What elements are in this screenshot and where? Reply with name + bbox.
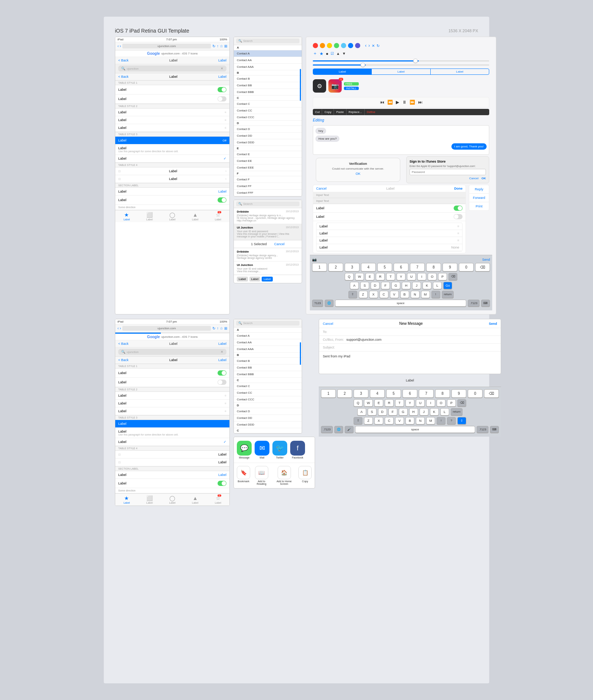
key-z[interactable]: Z [359, 291, 368, 298]
tab-item-2[interactable]: ⬜ Label [146, 212, 153, 221]
key-3[interactable]: 3 [345, 263, 360, 271]
b-key-8[interactable]: 8 [435, 389, 450, 398]
b-contact-item[interactable]: Contact CC [234, 390, 302, 396]
b-key-z[interactable]: Z [364, 417, 373, 424]
app-icon-dark[interactable]: ⚙ [313, 79, 326, 93]
b-toggle-on[interactable] [218, 370, 226, 376]
key-b[interactable]: B [400, 291, 409, 298]
key-g[interactable]: G [391, 282, 400, 289]
rewind-icon[interactable]: ⏪ [387, 100, 393, 105]
nav-forward-icon[interactable]: › [368, 43, 370, 48]
key-i[interactable]: I [417, 273, 426, 280]
b-key-delete-2[interactable]: ⌫ [457, 399, 466, 407]
contact-item[interactable]: Contact FFF [234, 190, 302, 196]
forward-button[interactable]: Forward [469, 194, 489, 202]
key-0[interactable]: 0 [459, 263, 474, 271]
compose-subject-field[interactable]: Subject: [319, 344, 501, 351]
b-key-keyboard[interactable]: ⌨ [490, 426, 499, 433]
b-key-q[interactable]: Q [354, 399, 362, 407]
url-bar[interactable]: ujunction.com [122, 44, 211, 49]
key-e[interactable]: E [365, 273, 374, 280]
b-contact-item[interactable]: Contact CCC [234, 396, 302, 403]
b-key-f[interactable]: F [388, 408, 397, 416]
back-button[interactable]: < Back [118, 59, 129, 62]
b-key-b[interactable]: B [405, 417, 414, 424]
key-t[interactable]: T [386, 273, 395, 280]
star-icon[interactable]: ★ [319, 51, 324, 56]
contact-item[interactable]: Contact CCC [234, 114, 302, 121]
key-x[interactable]: X [369, 291, 378, 298]
key-num-2[interactable]: .7123 [468, 300, 480, 307]
skip-back-icon[interactable]: ⏮ [380, 100, 384, 105]
share-facebook-icon[interactable]: f [290, 441, 305, 456]
key-h[interactable]: H [402, 282, 411, 289]
share-reading-icon[interactable]: 📖 [255, 466, 268, 479]
contact-item[interactable]: Contact E [234, 151, 302, 158]
key-return[interactable]: return [442, 291, 454, 298]
b-key-j[interactable]: J [420, 408, 428, 416]
msg-item-3[interactable]: Dribbble 10/12/2013 [Dribbble] Heritage … [234, 248, 302, 261]
itunes-cancel-button[interactable]: Cancel [469, 177, 478, 180]
key-w[interactable]: W [355, 273, 364, 280]
itunes-input[interactable] [410, 169, 486, 175]
b-tab-item-4[interactable]: ▲ Label [192, 495, 198, 504]
key-space[interactable]: space [335, 300, 466, 307]
b-contact-item[interactable]: Contact AA [234, 339, 302, 346]
b-key-3[interactable]: 3 [354, 389, 368, 398]
compose-send-button[interactable]: Send [489, 322, 497, 326]
b-key-s[interactable]: S [368, 408, 377, 416]
key-6[interactable]: 6 [394, 263, 408, 271]
camera-icon[interactable]: 📷 [312, 257, 317, 261]
b-tab-item-5[interactable]: ☆ 3 Label [215, 495, 221, 504]
b-key-7[interactable]: 7 [419, 389, 434, 398]
b-key-i[interactable]: I [426, 399, 435, 407]
search-input-2[interactable]: 🔍 ujunction ✕ [118, 349, 226, 355]
share-message-icon[interactable]: 💬 [237, 441, 252, 456]
url-bar-2[interactable]: ujunction.com [122, 326, 211, 331]
bookmark-icon-2[interactable]: ☆ [220, 326, 223, 330]
key-k[interactable]: K [423, 282, 431, 289]
b-contact-item[interactable]: Contact C [234, 383, 302, 390]
go-button[interactable]: Go [443, 282, 452, 289]
key-l[interactable]: L [433, 282, 442, 289]
b-contact-item[interactable]: Contact D [234, 408, 302, 415]
tab-item-4[interactable]: ▲ Label [192, 212, 198, 221]
b-toggle-on-2[interactable] [218, 481, 226, 486]
email-cancel-button[interactable]: Cancel [316, 187, 327, 190]
install-badge[interactable]: INSTALL [344, 87, 359, 90]
b-key-e[interactable]: E [374, 399, 383, 407]
slider-thumb-2[interactable] [361, 63, 365, 67]
reload-icon[interactable]: ↻ [377, 44, 380, 48]
table-row-selected[interactable]: Label Off [115, 137, 229, 144]
b-key-4[interactable]: 4 [370, 389, 385, 398]
b-key-0[interactable]: 0 [468, 389, 483, 398]
key-r[interactable]: R [376, 273, 385, 280]
b-key-d[interactable]: D [378, 408, 387, 416]
b-key-delete[interactable]: ⌫ [484, 389, 499, 398]
contacts-search-input[interactable]: 🔍 Search [236, 39, 299, 43]
search-input[interactable]: 🔍 ujunction ✕ [118, 66, 226, 71]
compose-body[interactable]: Sent from my iPad [319, 351, 501, 374]
slider-track-1[interactable] [313, 60, 489, 61]
fast-forward-icon[interactable]: ⏩ [410, 100, 415, 105]
b-key-k[interactable]: K [430, 408, 439, 416]
b-contact-item[interactable]: Contact B [234, 358, 302, 364]
compose-to-field[interactable]: To: [319, 328, 501, 336]
app-icon-instagram[interactable]: 📷 [328, 79, 342, 93]
b-contact-item[interactable]: Contact A [234, 333, 302, 339]
print-button[interactable]: Print [469, 202, 489, 210]
b-tab-item-1[interactable]: ★ Label [123, 495, 130, 504]
nav-label-blue[interactable]: Label [218, 59, 226, 62]
b-key-num-2[interactable]: .7123 [477, 426, 488, 433]
contact-item[interactable]: Contact DDD [234, 139, 302, 146]
toggle-on-2[interactable] [218, 197, 226, 203]
b-key-r[interactable]: R [385, 399, 394, 407]
contact-item-highlighted[interactable]: Contact A [234, 50, 302, 57]
tabs-icon-2[interactable]: ⊞ [224, 326, 227, 330]
key-num[interactable]: ?123 [312, 300, 323, 307]
send-button[interactable]: Send [482, 258, 490, 261]
b-key-v[interactable]: V [395, 417, 404, 424]
seg-label-1[interactable]: Label [313, 69, 372, 74]
label-right[interactable]: Label [218, 75, 226, 79]
tab-item-3[interactable]: ◯ Label [169, 212, 175, 221]
